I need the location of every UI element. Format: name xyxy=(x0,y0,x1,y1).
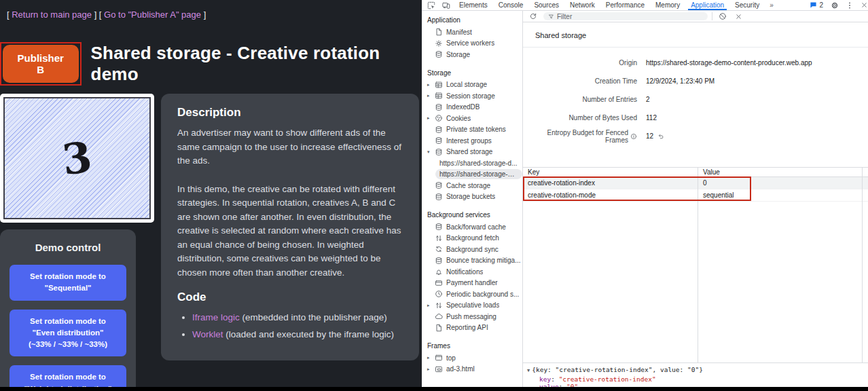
table-row-creative-rotation-mode[interactable]: creative-rotation-modesequential xyxy=(523,189,868,202)
code-link-iframe-logic[interactable]: Iframe logic xyxy=(192,312,240,322)
rotation-mode-button-sequential[interactable]: Set rotation mode to"Sequential" xyxy=(10,265,126,301)
sidebar-item-label: ad-3.html xyxy=(446,365,475,373)
up-down-arrows-icon xyxy=(434,234,443,242)
demo-control-title: Demo control xyxy=(10,242,126,253)
refresh-icon[interactable] xyxy=(527,12,539,20)
sidebar-item-top[interactable]: ▸top xyxy=(422,352,522,364)
rotation-mode-button-even-distribution[interactable]: Set rotation mode to"Even distribution"(… xyxy=(10,310,126,357)
page-header: Publisher B Shared storage - Creative ro… xyxy=(0,42,422,86)
disclosure-right-icon[interactable]: ▸ xyxy=(427,303,434,308)
filter-input[interactable]: Filter xyxy=(543,12,708,20)
inspect-element-icon[interactable] xyxy=(424,1,439,10)
sidebar-item-storage-buckets[interactable]: Storage buckets xyxy=(422,191,522,203)
cookie-icon xyxy=(434,114,443,122)
tab-application[interactable]: Application xyxy=(685,0,729,10)
application-sidebar: ApplicationManifestService workersStorag… xyxy=(422,11,523,387)
tab-console[interactable]: Console xyxy=(493,0,529,10)
metadata-row-origin: Originhttps://shared-storage-demo-conten… xyxy=(523,54,868,72)
tab-performance[interactable]: Performance xyxy=(600,0,650,10)
database-icon xyxy=(434,193,443,201)
tab-sources[interactable]: Sources xyxy=(528,0,564,10)
service-worker-icon xyxy=(434,39,443,48)
expand-triangle-icon[interactable]: ▼ xyxy=(527,368,530,373)
sidebar-item-session-storage[interactable]: ▸Session storage xyxy=(422,90,522,102)
sidebar-item-label: Local storage xyxy=(446,81,487,88)
settings-gear-icon[interactable] xyxy=(827,1,842,10)
key-cell: creative-rotation-index xyxy=(523,179,698,187)
nav-link-return-to-main-page[interactable]: Return to main page xyxy=(12,10,92,20)
sidebar-item-cookies[interactable]: ▸Cookies xyxy=(422,113,522,124)
disclosure-right-icon[interactable]: ▸ xyxy=(427,93,434,98)
disclosure-down-icon[interactable]: ▾ xyxy=(427,149,434,155)
sidebar-item-background-sync[interactable]: Background sync xyxy=(422,244,522,255)
description-heading: Description xyxy=(177,106,403,119)
sidebar-item-cache-storage[interactable]: Cache storage xyxy=(422,180,522,191)
sidebar-item-ad-3-html[interactable]: ▸ad-3.html xyxy=(422,364,522,375)
nav-link-go-to-publisher-a-page[interactable]: Go to "Publisher A" page xyxy=(104,10,201,20)
ad-creative: 3 xyxy=(3,97,151,219)
sidebar-item-notifications[interactable]: Notifications xyxy=(422,266,522,278)
sidebar-item-indexeddb[interactable]: IndexedDB xyxy=(422,102,522,113)
metadata-value: 12/9/2024, 1:23:40 PM xyxy=(646,77,715,85)
database-icon xyxy=(434,126,443,134)
sidebar-item-private-state-tokens[interactable]: Private state tokens xyxy=(422,124,522,136)
disclosure-right-icon[interactable]: ▸ xyxy=(427,115,434,121)
metadata-value: 112 xyxy=(646,114,657,122)
code-link-worklet[interactable]: Worklet xyxy=(192,329,223,339)
sidebar-item-storage[interactable]: Storage xyxy=(422,49,522,60)
shared-storage-view: Filter Shared storage Originhttps://shar… xyxy=(523,11,868,387)
property-name: key xyxy=(539,375,551,383)
left-column: 3 Demo control Set rotation mode to"Sequ… xyxy=(0,94,154,387)
sidebar-item-service-workers[interactable]: Service workers xyxy=(422,38,522,50)
tab-elements[interactable]: Elements xyxy=(454,0,493,10)
sidebar-item-periodic-background-s[interactable]: Periodic background s... xyxy=(422,288,522,300)
rotation-mode-button-weighted-distribution[interactable]: Set rotation mode to"Weighted distributi… xyxy=(10,365,126,387)
delete-selected-icon[interactable] xyxy=(733,13,744,20)
sidebar-item-reporting-api[interactable]: Reporting API xyxy=(422,322,522,334)
metadata-label: Creation Time xyxy=(523,77,637,85)
screenshot-root: [ Return to main page ] [ Go to "Publish… xyxy=(0,0,868,391)
disclosure-right-icon[interactable]: ▸ xyxy=(427,82,434,88)
database-icon xyxy=(434,103,443,111)
column-divider[interactable] xyxy=(698,168,698,362)
sidebar-item-interest-groups[interactable]: Interest groups xyxy=(422,135,522,147)
device-toolbar-icon[interactable] xyxy=(439,1,454,10)
code-list-item: Worklet (loaded and executed by the ifra… xyxy=(192,328,403,341)
sidebar-item-speculative-loads[interactable]: ▸Speculative loads xyxy=(422,300,522,312)
table-row-creative-rotation-index[interactable]: creative-rotation-index0 xyxy=(523,177,868,189)
sidebar-item-manifest[interactable]: Manifest xyxy=(422,26,522,38)
more-options-icon[interactable] xyxy=(842,1,857,10)
close-devtools-icon[interactable] xyxy=(857,1,868,9)
sidebar-item-payment-handler[interactable]: Payment handler xyxy=(422,278,522,289)
metadata-value: 2 xyxy=(646,96,650,103)
code-list-item: Iframe logic (embedded into the publishe… xyxy=(192,311,403,324)
devtools-body: ApplicationManifestService workersStorag… xyxy=(422,11,868,387)
issues-button[interactable]: 2 xyxy=(806,1,827,9)
sidebar-item-label: Cache storage xyxy=(446,182,490,189)
database-icon xyxy=(434,50,443,58)
table-rows: creative-rotation-index0creative-rotatio… xyxy=(523,177,868,202)
sidebar-item-bounce-tracking-mitiga[interactable]: Bounce tracking mitiga... xyxy=(422,255,522,267)
sidebar-section-storage: Storage▸Local storage▸Session storageInd… xyxy=(422,67,522,203)
sidebar-item-shared-storage[interactable]: ▾Shared storage xyxy=(422,147,522,158)
sidebar-item-https-shared-storage-d[interactable]: https://shared-storage-d... xyxy=(422,157,522,169)
tab-memory[interactable]: Memory xyxy=(650,0,685,10)
disclosure-right-icon[interactable]: ▸ xyxy=(427,367,434,372)
sidebar-item-https-shared-storage-d[interactable]: https://shared-storage-d... xyxy=(422,169,522,181)
reset-budget-icon[interactable] xyxy=(657,133,664,140)
metadata-label: Origin xyxy=(523,59,637,67)
disclosure-right-icon[interactable]: ▸ xyxy=(427,355,434,360)
metadata-label: Number of Entries xyxy=(523,96,637,103)
publisher-b-badge[interactable]: Publisher B xyxy=(3,45,79,83)
sidebar-item-back-forward-cache[interactable]: Back/forward cache xyxy=(422,221,522,233)
tab-network[interactable]: Network xyxy=(564,0,600,10)
info-icon[interactable] xyxy=(630,133,637,140)
value-column-header[interactable]: Value xyxy=(698,168,720,176)
sidebar-item-push-messaging[interactable]: Push messaging xyxy=(422,311,522,322)
more-tabs-icon[interactable]: » xyxy=(765,1,778,9)
sidebar-item-local-storage[interactable]: ▸Local storage xyxy=(422,79,522,91)
tab-security[interactable]: Security xyxy=(729,0,765,10)
key-column-header[interactable]: Key xyxy=(523,168,698,176)
sidebar-item-background-fetch[interactable]: Background fetch xyxy=(422,233,522,244)
clear-all-icon[interactable] xyxy=(717,12,729,20)
